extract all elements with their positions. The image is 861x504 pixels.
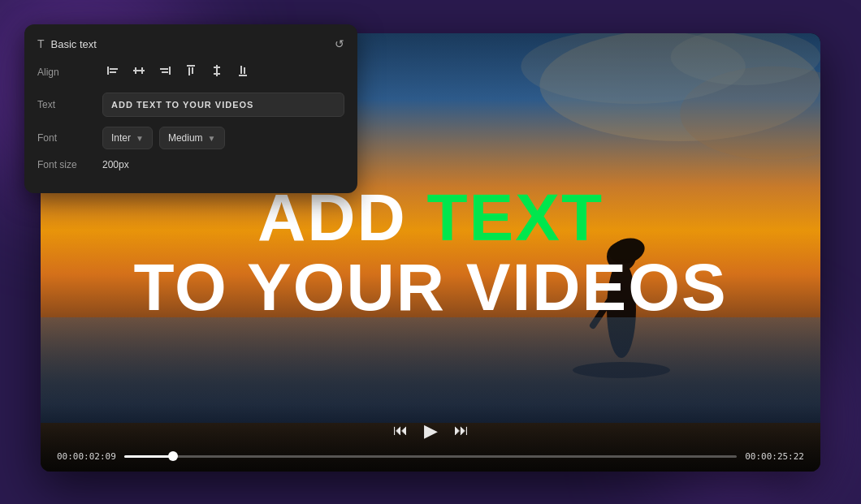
font-size-row: Font size 200px xyxy=(37,159,344,170)
align-buttons xyxy=(102,62,253,83)
panel-title: Basic text xyxy=(51,38,97,50)
svg-rect-26 xyxy=(244,67,245,74)
playback-controls: ⏮ ▶ ⏭ xyxy=(57,420,804,442)
align-center-v-button[interactable] xyxy=(128,62,149,83)
font-name-arrow: ▼ xyxy=(136,134,144,143)
font-row: Font Inter ▼ Medium ▼ xyxy=(37,127,344,149)
timeline-thumb xyxy=(168,451,178,461)
font-size-label: Font size xyxy=(37,159,94,170)
font-selects: Inter ▼ Medium ▼ xyxy=(102,127,225,149)
align-top-button[interactable] xyxy=(180,62,201,83)
align-row: Align xyxy=(37,62,344,83)
svg-rect-13 xyxy=(135,67,136,74)
align-left-button[interactable] xyxy=(102,62,123,83)
svg-rect-22 xyxy=(214,67,220,68)
video-text-overlay: ADD TEXT TO YOUR VIDEOS xyxy=(133,184,727,321)
text-row: Text xyxy=(37,93,344,117)
next-button[interactable]: ⏭ xyxy=(454,422,469,439)
font-size-value: 200px xyxy=(102,159,129,170)
align-bottom-button[interactable] xyxy=(232,62,253,83)
svg-rect-16 xyxy=(160,68,168,70)
text-icon: T xyxy=(37,37,45,50)
svg-rect-14 xyxy=(141,67,143,74)
font-weight-arrow: ▼ xyxy=(208,134,216,143)
panel-title-row: T Basic text xyxy=(37,37,97,50)
font-weight-select[interactable]: Medium ▼ xyxy=(159,127,225,149)
text-editor-panel: T Basic text ↺ Align xyxy=(24,24,357,193)
timeline-row: 00:00:02:09 00:00:25:22 xyxy=(57,451,804,462)
font-weight-value: Medium xyxy=(168,132,203,144)
time-current: 00:00:02:09 xyxy=(57,451,116,462)
video-text-line2: TO YOUR VIDEOS xyxy=(133,254,727,321)
align-center-h-button[interactable] xyxy=(206,62,227,83)
align-right-button[interactable] xyxy=(154,62,175,83)
svg-rect-23 xyxy=(214,73,220,75)
play-button[interactable]: ▶ xyxy=(424,420,438,442)
timeline-fill xyxy=(124,455,173,458)
svg-rect-11 xyxy=(110,71,116,73)
text-label: Text xyxy=(37,99,94,110)
svg-rect-24 xyxy=(239,75,247,76)
svg-rect-9 xyxy=(107,67,109,75)
svg-rect-15 xyxy=(169,67,171,75)
font-name-select[interactable]: Inter ▼ xyxy=(102,127,153,149)
font-label: Font xyxy=(37,132,94,144)
svg-rect-20 xyxy=(192,67,193,74)
font-name-value: Inter xyxy=(111,132,131,144)
svg-rect-19 xyxy=(188,67,190,75)
reset-button[interactable]: ↺ xyxy=(335,37,344,50)
video-controls: ⏮ ▶ ⏭ 00:00:02:09 00:00:25:22 xyxy=(41,404,820,472)
time-total: 00:00:25:22 xyxy=(745,451,804,462)
svg-rect-17 xyxy=(162,71,168,73)
svg-rect-25 xyxy=(240,66,242,74)
panel-header: T Basic text ↺ xyxy=(37,37,344,50)
prev-button[interactable]: ⏮ xyxy=(393,422,408,439)
text-highlight: TEXT xyxy=(426,180,604,254)
svg-rect-10 xyxy=(110,68,118,70)
text-input[interactable] xyxy=(102,93,344,117)
video-text-line1: ADD TEXT xyxy=(133,184,727,251)
svg-rect-18 xyxy=(187,65,195,67)
timeline-track[interactable] xyxy=(124,455,737,458)
align-label: Align xyxy=(37,67,94,78)
